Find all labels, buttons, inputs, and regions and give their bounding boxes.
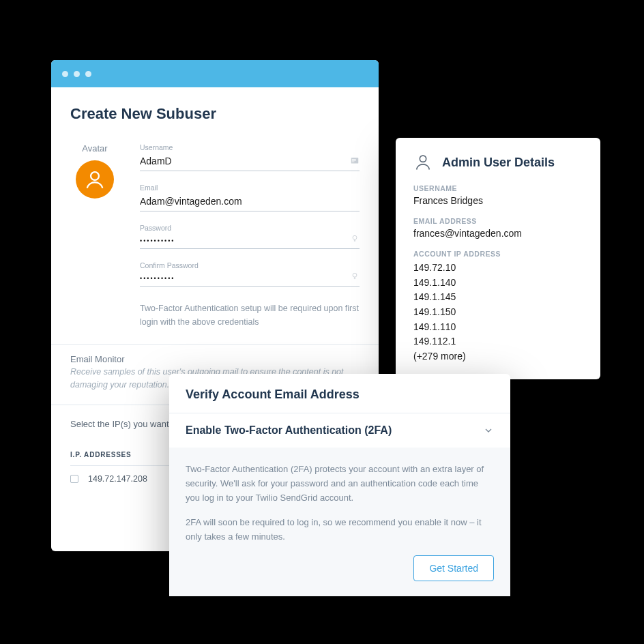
avatar[interactable] bbox=[76, 160, 114, 199]
ip-entry: 149.1.110 bbox=[413, 320, 583, 335]
twofa-note: Two-Factor Authentication setup will be … bbox=[140, 299, 360, 329]
twofa-subtitle: Enable Two-Factor Authentication (2FA) bbox=[186, 424, 392, 437]
twofa-description-1: Two-Factor Authentication (2FA) protects… bbox=[186, 463, 494, 505]
verify-title: Verify Account Email Address bbox=[186, 387, 494, 402]
password-field[interactable] bbox=[140, 235, 360, 249]
ip-more-count[interactable]: (+279 more) bbox=[413, 349, 583, 364]
admin-ip-list: 149.72.10 149.1.140 149.1.145 149.1.150 … bbox=[413, 261, 583, 364]
confirm-password-label: Confirm Password bbox=[140, 261, 360, 269]
svg-point-5 bbox=[353, 235, 357, 239]
admin-email-value: frances@vintageden.com bbox=[413, 228, 583, 239]
twofa-description-2: 2FA will soon be required to log in, so … bbox=[186, 516, 494, 544]
svg-point-7 bbox=[420, 156, 426, 162]
key-icon bbox=[350, 234, 360, 244]
window-titlebar bbox=[51, 60, 379, 87]
window-control-dot[interactable] bbox=[62, 71, 68, 77]
email-monitor-title: Email Monitor bbox=[70, 354, 360, 364]
ip-entry: 149.1.140 bbox=[413, 276, 583, 291]
admin-username-value: Frances Bridges bbox=[413, 195, 583, 206]
email-field[interactable] bbox=[140, 193, 360, 211]
admin-user-details-card: Admin User Details USERNAME Frances Brid… bbox=[396, 138, 600, 379]
person-icon bbox=[83, 168, 106, 191]
key-icon bbox=[350, 272, 360, 281]
ip-addresses-header: I.P. ADDRESSES bbox=[70, 451, 155, 458]
verify-2fa-card: Verify Account Email Address Enable Two-… bbox=[169, 374, 510, 596]
admin-ip-label: ACCOUNT IP ADDRESS bbox=[413, 250, 583, 258]
window-control-dot[interactable] bbox=[74, 71, 80, 77]
ip-entry: 149.1.145 bbox=[413, 290, 583, 305]
username-field[interactable] bbox=[140, 153, 360, 171]
svg-rect-2 bbox=[352, 159, 356, 160]
ip-address-value: 149.72.147.208 bbox=[88, 474, 163, 484]
svg-rect-3 bbox=[352, 160, 356, 161]
get-started-button[interactable]: Get Started bbox=[413, 555, 494, 581]
ip-checkbox[interactable] bbox=[70, 475, 78, 483]
avatar-label: Avatar bbox=[70, 143, 119, 153]
ip-entry: 149.72.10 bbox=[413, 261, 583, 276]
page-title: Create New Subuser bbox=[70, 105, 360, 123]
svg-point-0 bbox=[91, 172, 99, 180]
confirm-password-field[interactable] bbox=[140, 272, 360, 287]
ip-entry: 149.1.150 bbox=[413, 305, 583, 320]
twofa-expand-row[interactable]: Enable Two-Factor Authentication (2FA) bbox=[169, 413, 510, 448]
form-fill-icon bbox=[350, 156, 360, 166]
password-label: Password bbox=[140, 224, 360, 232]
admin-username-label: USERNAME bbox=[413, 184, 583, 192]
ip-entry: 149.112.1 bbox=[413, 334, 583, 349]
admin-email-label: EMAIL ADDRESS bbox=[413, 217, 583, 225]
email-label: Email bbox=[140, 184, 360, 192]
svg-rect-4 bbox=[352, 162, 355, 162]
username-label: Username bbox=[140, 143, 360, 151]
window-control-dot[interactable] bbox=[85, 71, 91, 77]
person-icon bbox=[413, 153, 433, 172]
admin-card-title: Admin User Details bbox=[442, 156, 555, 170]
chevron-down-icon bbox=[483, 425, 494, 436]
svg-point-6 bbox=[353, 273, 357, 277]
